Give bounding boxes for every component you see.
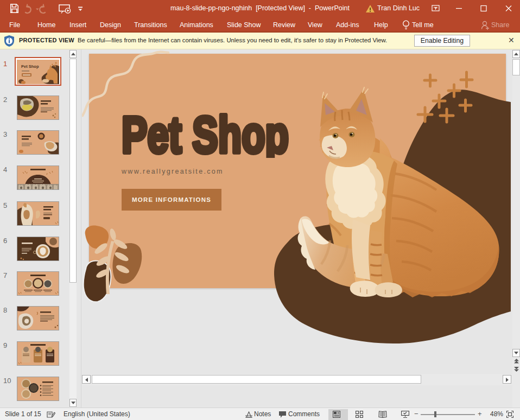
svg-text:Pet Shop: Pet Shop xyxy=(21,64,39,69)
svg-text:Pet Shop: Pet Shop xyxy=(122,108,289,158)
